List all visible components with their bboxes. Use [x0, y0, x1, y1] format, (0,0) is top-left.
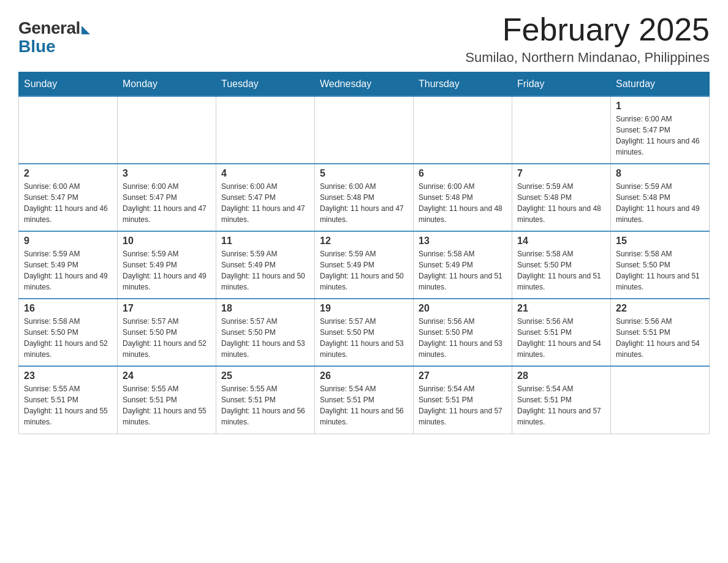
calendar-day-cell: 13Sunrise: 5:58 AMSunset: 5:49 PMDayligh… [414, 231, 512, 299]
calendar-header-row: SundayMondayTuesdayWednesdayThursdayFrid… [19, 72, 710, 97]
calendar-header-tuesday: Tuesday [216, 72, 315, 97]
day-info: Sunrise: 5:55 AMSunset: 5:51 PMDaylight:… [24, 383, 112, 427]
day-info: Sunrise: 5:58 AMSunset: 5:50 PMDaylight:… [517, 248, 605, 293]
day-info: Sunrise: 5:58 AMSunset: 5:50 PMDaylight:… [24, 316, 112, 360]
day-info: Sunrise: 5:59 AMSunset: 5:49 PMDaylight:… [320, 248, 408, 293]
calendar-week-row-0: 1Sunrise: 6:00 AMSunset: 5:47 PMDaylight… [19, 96, 710, 164]
title-block: February 2025 Sumilao, Northern Mindanao… [465, 12, 710, 66]
calendar-day-cell: 25Sunrise: 5:55 AMSunset: 5:51 PMDayligh… [216, 366, 315, 434]
day-number: 15 [616, 236, 704, 247]
day-number: 12 [320, 236, 408, 247]
calendar-header-thursday: Thursday [414, 72, 512, 97]
calendar-week-row-4: 23Sunrise: 5:55 AMSunset: 5:51 PMDayligh… [19, 366, 710, 434]
calendar-day-cell: 1Sunrise: 6:00 AMSunset: 5:47 PMDaylight… [611, 96, 710, 164]
calendar-day-cell: 23Sunrise: 5:55 AMSunset: 5:51 PMDayligh… [19, 366, 118, 434]
day-info: Sunrise: 5:59 AMSunset: 5:48 PMDaylight:… [517, 181, 605, 225]
calendar-week-row-3: 16Sunrise: 5:58 AMSunset: 5:50 PMDayligh… [19, 299, 710, 366]
calendar-day-cell: 12Sunrise: 5:59 AMSunset: 5:49 PMDayligh… [315, 231, 414, 299]
calendar-day-cell: 4Sunrise: 6:00 AMSunset: 5:47 PMDaylight… [216, 164, 315, 231]
day-info: Sunrise: 5:55 AMSunset: 5:51 PMDaylight:… [221, 383, 309, 427]
day-info: Sunrise: 5:54 AMSunset: 5:51 PMDaylight:… [419, 383, 507, 427]
calendar-header-monday: Monday [118, 72, 216, 97]
calendar-day-cell [611, 366, 710, 434]
calendar-header-sunday: Sunday [19, 72, 118, 97]
calendar-day-cell: 9Sunrise: 5:59 AMSunset: 5:49 PMDaylight… [19, 231, 118, 299]
calendar-day-cell [118, 96, 216, 164]
day-info: Sunrise: 5:54 AMSunset: 5:51 PMDaylight:… [320, 383, 408, 427]
day-info: Sunrise: 6:00 AMSunset: 5:47 PMDaylight:… [221, 181, 309, 225]
calendar-day-cell: 2Sunrise: 6:00 AMSunset: 5:47 PMDaylight… [19, 164, 118, 231]
calendar-day-cell: 28Sunrise: 5:54 AMSunset: 5:51 PMDayligh… [512, 366, 611, 434]
month-title: February 2025 [465, 12, 710, 47]
logo-blue-text: Blue [18, 37, 56, 56]
day-info: Sunrise: 5:57 AMSunset: 5:50 PMDaylight:… [320, 316, 408, 360]
calendar-day-cell: 17Sunrise: 5:57 AMSunset: 5:50 PMDayligh… [118, 299, 216, 366]
calendar-day-cell [414, 96, 512, 164]
day-info: Sunrise: 5:58 AMSunset: 5:50 PMDaylight:… [616, 248, 704, 293]
calendar-day-cell: 27Sunrise: 5:54 AMSunset: 5:51 PMDayligh… [414, 366, 512, 434]
calendar-day-cell: 22Sunrise: 5:56 AMSunset: 5:51 PMDayligh… [611, 299, 710, 366]
calendar-day-cell: 3Sunrise: 6:00 AMSunset: 5:47 PMDaylight… [118, 164, 216, 231]
calendar-day-cell: 14Sunrise: 5:58 AMSunset: 5:50 PMDayligh… [512, 231, 611, 299]
day-info: Sunrise: 6:00 AMSunset: 5:48 PMDaylight:… [320, 181, 408, 225]
day-number: 27 [419, 370, 507, 381]
day-info: Sunrise: 5:58 AMSunset: 5:49 PMDaylight:… [419, 248, 507, 293]
page-header: General Blue February 2025 Sumilao, Nort… [18, 12, 710, 66]
calendar-week-row-1: 2Sunrise: 6:00 AMSunset: 5:47 PMDaylight… [19, 164, 710, 231]
calendar-table: SundayMondayTuesdayWednesdayThursdayFrid… [18, 72, 710, 434]
logo-arrow-icon [82, 26, 90, 34]
calendar-day-cell: 6Sunrise: 6:00 AMSunset: 5:48 PMDaylight… [414, 164, 512, 231]
day-info: Sunrise: 6:00 AMSunset: 5:47 PMDaylight:… [24, 181, 112, 225]
calendar-day-cell: 21Sunrise: 5:56 AMSunset: 5:51 PMDayligh… [512, 299, 611, 366]
day-number: 16 [24, 303, 112, 314]
day-info: Sunrise: 6:00 AMSunset: 5:47 PMDaylight:… [123, 181, 211, 225]
day-number: 2 [24, 168, 112, 179]
day-number: 4 [221, 168, 309, 179]
day-info: Sunrise: 6:00 AMSunset: 5:47 PMDaylight:… [616, 113, 704, 158]
logo-general-text: General [18, 18, 80, 38]
day-number: 17 [123, 303, 211, 314]
calendar-day-cell [19, 96, 118, 164]
day-number: 23 [24, 370, 112, 381]
day-number: 10 [123, 236, 211, 247]
day-number: 14 [517, 236, 605, 247]
calendar-day-cell: 20Sunrise: 5:56 AMSunset: 5:50 PMDayligh… [414, 299, 512, 366]
calendar-day-cell: 7Sunrise: 5:59 AMSunset: 5:48 PMDaylight… [512, 164, 611, 231]
day-number: 26 [320, 370, 408, 381]
calendar-day-cell: 11Sunrise: 5:59 AMSunset: 5:49 PMDayligh… [216, 231, 315, 299]
day-number: 19 [320, 303, 408, 314]
day-number: 18 [221, 303, 309, 314]
calendar-day-cell: 24Sunrise: 5:55 AMSunset: 5:51 PMDayligh… [118, 366, 216, 434]
calendar-day-cell: 15Sunrise: 5:58 AMSunset: 5:50 PMDayligh… [611, 231, 710, 299]
day-info: Sunrise: 5:57 AMSunset: 5:50 PMDaylight:… [221, 316, 309, 360]
calendar-header-wednesday: Wednesday [315, 72, 414, 97]
calendar-day-cell: 8Sunrise: 5:59 AMSunset: 5:48 PMDaylight… [611, 164, 710, 231]
day-info: Sunrise: 5:59 AMSunset: 5:49 PMDaylight:… [123, 248, 211, 293]
day-number: 24 [123, 370, 211, 381]
day-number: 25 [221, 370, 309, 381]
calendar-day-cell: 5Sunrise: 6:00 AMSunset: 5:48 PMDaylight… [315, 164, 414, 231]
day-number: 6 [419, 168, 507, 179]
calendar-day-cell: 10Sunrise: 5:59 AMSunset: 5:49 PMDayligh… [118, 231, 216, 299]
calendar-day-cell: 19Sunrise: 5:57 AMSunset: 5:50 PMDayligh… [315, 299, 414, 366]
calendar-day-cell [512, 96, 611, 164]
day-number: 11 [221, 236, 309, 247]
calendar-day-cell [216, 96, 315, 164]
day-info: Sunrise: 6:00 AMSunset: 5:48 PMDaylight:… [419, 181, 507, 225]
day-info: Sunrise: 5:57 AMSunset: 5:50 PMDaylight:… [123, 316, 211, 360]
day-number: 28 [517, 370, 605, 381]
calendar-header-friday: Friday [512, 72, 611, 97]
calendar-day-cell [315, 96, 414, 164]
calendar-header-saturday: Saturday [611, 72, 710, 97]
day-number: 9 [24, 236, 112, 247]
logo: General Blue [18, 18, 90, 56]
day-number: 21 [517, 303, 605, 314]
day-info: Sunrise: 5:56 AMSunset: 5:51 PMDaylight:… [616, 316, 704, 360]
day-info: Sunrise: 5:59 AMSunset: 5:48 PMDaylight:… [616, 181, 704, 225]
day-info: Sunrise: 5:59 AMSunset: 5:49 PMDaylight:… [24, 248, 112, 293]
day-info: Sunrise: 5:55 AMSunset: 5:51 PMDaylight:… [123, 383, 211, 427]
calendar-day-cell: 26Sunrise: 5:54 AMSunset: 5:51 PMDayligh… [315, 366, 414, 434]
calendar-day-cell: 18Sunrise: 5:57 AMSunset: 5:50 PMDayligh… [216, 299, 315, 366]
day-number: 1 [616, 101, 704, 112]
day-number: 20 [419, 303, 507, 314]
